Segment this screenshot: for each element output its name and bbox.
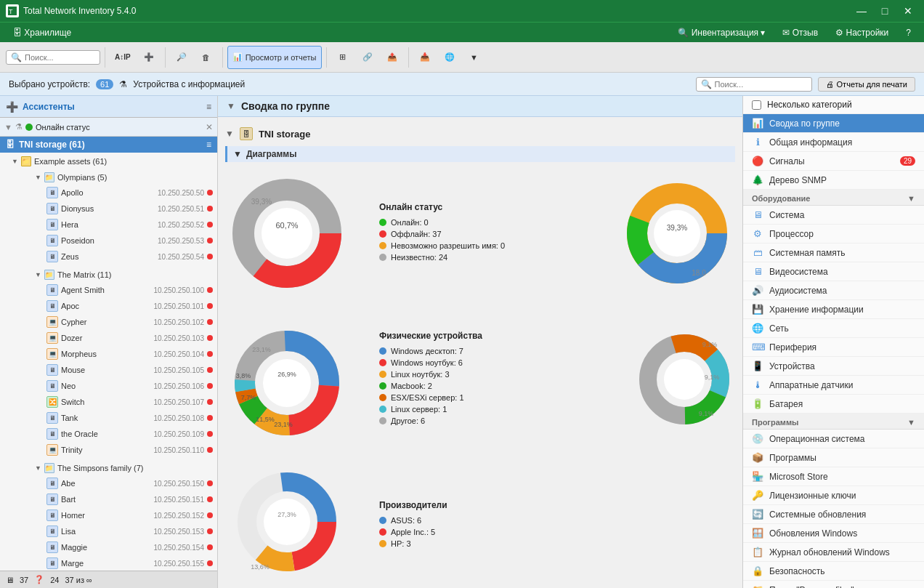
tree-root-item[interactable]: 🗄 TNI storage (61) ≡ xyxy=(0,137,217,153)
close-button[interactable]: ✕ xyxy=(898,3,918,19)
list-item[interactable]: 🖥 Poseidon 10.250.250.53 xyxy=(20,233,217,249)
list-item[interactable]: 🖥 Neo 10.250.250.106 xyxy=(20,378,217,394)
legend-dot xyxy=(379,517,386,524)
simpsons-header[interactable]: ▼ 📁 The Simpsons family (7) xyxy=(20,461,217,475)
battery-label: Батарея xyxy=(769,399,915,409)
export-button[interactable]: 📤 xyxy=(381,46,404,69)
right-panel-ms-store[interactable]: 🏪 Microsoft Store xyxy=(743,467,924,486)
right-panel-license-keys[interactable]: 🔑 Лицензионные ключи xyxy=(743,486,924,505)
right-panel-snmp[interactable]: 🌲 Дерево SNMP xyxy=(743,171,924,190)
list-item[interactable]: 🖥 Bart 10.250.250.151 xyxy=(20,491,217,507)
delete-button[interactable]: 🗑 xyxy=(195,46,218,69)
processor-label: Процессор xyxy=(769,229,915,239)
list-item[interactable]: 🖥 Dionysus 10.250.250.51 xyxy=(20,201,217,217)
view-reports-label: Просмотр и отчеты xyxy=(246,53,317,62)
right-panel-program-files[interactable]: 📁 Папка "Program files" xyxy=(743,581,924,588)
right-panel-devices[interactable]: 📱 Устройства xyxy=(743,357,924,376)
right-panel-group-summary[interactable]: 📊 Сводка по группе xyxy=(743,114,924,133)
right-panel-signals[interactable]: 🔴 Сигналы 29 xyxy=(743,152,924,171)
list-item[interactable]: 🖥 Agent Smith 10.250.250.100 xyxy=(20,282,217,298)
list-item[interactable]: 🖥 Apoc 10.250.250.101 xyxy=(20,298,217,314)
legend-label: Linux сервер: 1 xyxy=(391,405,447,414)
video-label: Видеосистема xyxy=(769,267,915,277)
list-item[interactable]: 🖥 Homer 10.250.250.152 xyxy=(20,507,217,523)
right-panel-periphery[interactable]: ⌨ Периферия xyxy=(743,338,924,357)
right-panel-hw-sensors[interactable]: 🌡 Аппаратные датчики xyxy=(743,376,924,395)
list-item[interactable]: 💻 Trinity 10.250.250.110 xyxy=(20,442,217,458)
multiple-categories-checkbox[interactable]: Несколько категорий xyxy=(743,96,924,114)
right-panel-battery[interactable]: 🔋 Батарея xyxy=(743,395,924,414)
legend-label: Windows десктоп: 7 xyxy=(391,347,463,355)
right-panel-memory[interactable]: 🗃 Системная память xyxy=(743,243,924,262)
storage-menu[interactable]: 🗄 Хранилище xyxy=(6,25,78,41)
list-item[interactable]: 🖥 Abe 10.250.250.150 xyxy=(20,475,217,491)
list-item[interactable]: 💻 Morpheus 10.250.250.104 xyxy=(20,346,217,362)
toolbar-search-input[interactable] xyxy=(25,53,95,62)
filter-search-input[interactable] xyxy=(715,80,807,89)
more-button[interactable]: ▼ xyxy=(463,46,486,69)
list-item[interactable]: 🖥 Lisa 10.250.250.153 xyxy=(20,523,217,539)
scan-button[interactable]: ➕ xyxy=(137,46,161,69)
list-item[interactable]: 🖥 Marge 10.250.250.155 xyxy=(20,555,217,571)
maximize-button[interactable]: □ xyxy=(875,3,895,19)
plus-icon[interactable]: ➕ xyxy=(6,101,18,113)
matrix-header[interactable]: ▼ 📁 The Matrix (11) xyxy=(20,267,217,282)
multiple-categories-input[interactable] xyxy=(752,100,761,110)
right-panel-win-updates[interactable]: 🪟 Обновления Windows xyxy=(743,524,924,543)
list-item[interactable]: 💻 Cypher 10.250.250.102 xyxy=(20,314,217,330)
right-panel-video[interactable]: 🖥 Видеосистема xyxy=(743,262,924,281)
link-button[interactable]: 🔗 xyxy=(356,46,379,69)
sidebar-settings-icon[interactable]: ≡ xyxy=(206,102,211,112)
charts-expand-icon[interactable]: ▼ xyxy=(233,149,242,159)
example-assets-header[interactable]: ▼ 📁 Example assets (61) xyxy=(6,154,217,169)
feedback-menu[interactable]: ✉ Отзыв xyxy=(775,25,825,41)
list-item[interactable]: 🖥 the Oracle 10.250.250.109 xyxy=(20,426,217,442)
help-menu[interactable]: ? xyxy=(899,25,918,41)
chevron-icon: ▼ xyxy=(35,464,41,472)
network-button[interactable]: 🌐 xyxy=(438,46,461,69)
software-section-header[interactable]: Программы ▼ xyxy=(743,414,924,430)
settings-menu[interactable]: ⚙ Настройки xyxy=(828,25,896,41)
item-name: Bart xyxy=(61,495,150,504)
hardware-section-header[interactable]: Оборудование ▼ xyxy=(743,190,924,206)
import-button[interactable]: 📥 xyxy=(413,46,437,69)
table-button[interactable]: ⊞ xyxy=(331,46,354,69)
view-reports-button[interactable]: 📊 Просмотр и отчеты xyxy=(227,46,322,69)
list-item[interactable]: 🖥 Zeus 10.250.250.54 xyxy=(20,249,217,265)
status-dot xyxy=(207,399,213,405)
print-reports-button[interactable]: 🖨 Отчеты для печати xyxy=(818,77,915,92)
list-item[interactable]: 🖥 Apollo 10.250.250.50 xyxy=(20,185,217,201)
ip-button[interactable]: A↕IP xyxy=(110,46,136,69)
inventory-menu[interactable]: 🔍 Инвентаризация ▾ xyxy=(670,25,772,41)
expand-arrow-icon[interactable]: ▼ xyxy=(227,101,235,111)
right-panel-os[interactable]: 💿 Операционная система xyxy=(743,430,924,448)
list-item[interactable]: 🖥 Mouse 10.250.250.105 xyxy=(20,362,217,378)
right-panel-network[interactable]: 🌐 Сеть xyxy=(743,319,924,338)
main-area: ➕ Ассистенты ≡ ▼ ⚗ Онлайн статус ✕ 🗄 TNI… xyxy=(0,96,924,588)
list-item[interactable]: 💻 Dozer 10.250.250.103 xyxy=(20,330,217,346)
right-panel-programs[interactable]: 📦 Программы xyxy=(743,448,924,467)
right-panel-storage-info[interactable]: 💾 Хранение информации xyxy=(743,300,924,319)
scan2-button[interactable]: 🔎 xyxy=(170,46,193,69)
content-scroll[interactable]: ▼ 🗄 TNI storage ▼ Диаграммы xyxy=(218,117,742,588)
minimize-button[interactable]: — xyxy=(851,3,872,19)
list-item[interactable]: 🖥 Maggie 10.250.250.154 xyxy=(20,539,217,555)
list-item[interactable]: 🖥 Tank 10.250.250.108 xyxy=(20,410,217,426)
olympians-header[interactable]: ▼ 📁 Olympians (5) xyxy=(20,170,217,185)
right-panel-system[interactable]: 🖥 Система xyxy=(743,206,924,225)
right-panel-security[interactable]: 🔒 Безопасность xyxy=(743,562,924,581)
svg-text:26,9%: 26,9% xyxy=(277,371,296,378)
network-icon: 🌐 xyxy=(752,323,763,334)
device-icon: 🖥 xyxy=(46,219,58,230)
filter-close-icon[interactable]: ✕ xyxy=(206,122,213,132)
svg-text:9,1%: 9,1% xyxy=(699,410,714,417)
right-panel-sys-updates[interactable]: 🔄 Системные обновления xyxy=(743,505,924,524)
processor-icon: ⚙ xyxy=(752,228,763,239)
list-item[interactable]: 🔀 Switch 10.250.250.107 xyxy=(20,394,217,410)
right-panel-general-info[interactable]: ℹ Общая информация xyxy=(743,133,924,152)
right-panel-audio[interactable]: 🔊 Аудиосистема xyxy=(743,281,924,300)
storage-expand-icon[interactable]: ▼ xyxy=(225,129,234,139)
right-panel-processor[interactable]: ⚙ Процессор xyxy=(743,225,924,243)
list-item[interactable]: 🖥 Hera 10.250.250.52 xyxy=(20,217,217,233)
right-panel-win-updates-log[interactable]: 📋 Журнал обновлений Windows xyxy=(743,543,924,562)
